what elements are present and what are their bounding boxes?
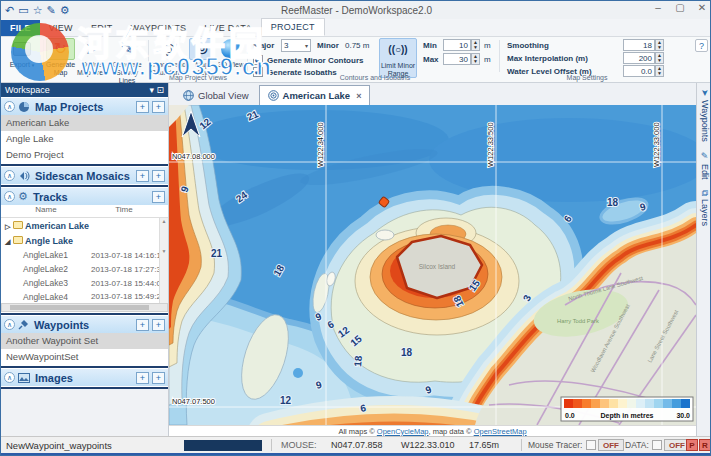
column-time[interactable]: Time: [91, 205, 157, 217]
images-title: Images: [33, 372, 133, 384]
sidescan-title: Sidescan Mosaics: [33, 170, 133, 182]
horizontal-scrollbar[interactable]: [1, 303, 168, 312]
minor-value: 0.75 m: [345, 41, 369, 50]
tab-global-view[interactable]: Global View: [175, 85, 257, 105]
close-button[interactable]: ✕: [694, 2, 710, 13]
add-map-project-button[interactable]: +: [136, 101, 149, 113]
collapse-icon[interactable]: ∧: [4, 319, 15, 330]
side-tab-layers[interactable]: ⧉ Layers: [700, 190, 710, 226]
min-input[interactable]: 10: [443, 39, 471, 51]
export-button[interactable]: Export ▾: [4, 38, 40, 80]
list-item-demo-project[interactable]: Demo Project: [1, 147, 168, 163]
expander-collapsed-icon[interactable]: ▷: [5, 223, 13, 231]
limit-minor-range-icon: ((○)): [380, 39, 416, 61]
side-tab-edit[interactable]: ✎ Edit: [700, 151, 710, 180]
limit-minor-range-button[interactable]: ((○)) Limit Minor Range: [379, 38, 417, 78]
generate-map-button[interactable]: ↻ Generate Map: [46, 38, 75, 80]
define-map-area-button[interactable]: ➤ Define Map Area: [77, 38, 107, 80]
import-waypoint-set-button[interactable]: +: [152, 319, 165, 331]
track-row[interactable]: AngleLake32013-07-18 15:44:05: [1, 276, 168, 290]
add-sidescan-button[interactable]: +: [136, 170, 149, 182]
min-spinner[interactable]: ▲▼: [471, 39, 480, 51]
column-name[interactable]: Name: [1, 205, 91, 217]
data-toggle[interactable]: [652, 440, 662, 450]
collapse-icon[interactable]: ∧: [4, 372, 15, 383]
track-row[interactable]: AngleLake42013-07-18 15:49:26: [1, 290, 168, 303]
tab-project[interactable]: PROJECT: [261, 18, 325, 36]
map-attribution: All maps © OpenCycleMap, map data © Open…: [169, 425, 696, 436]
tab-american-lake[interactable]: American Lake ×: [259, 85, 371, 105]
layers-icon: ⧉: [700, 190, 710, 196]
list-item-another-waypoint-set[interactable]: Another Waypoint Set: [1, 333, 168, 349]
dropdown-icon[interactable]: ▾: [149, 85, 154, 95]
tab-edit[interactable]: EDIT: [82, 20, 122, 36]
openstreetmap-link[interactable]: OpenStreetMap: [474, 427, 527, 436]
vertical-scrollbar[interactable]: ▲▼: [159, 218, 168, 303]
title-bar: ↶ ▭ ☆ ✎ ⚙ ReefMaster - DemoWorkspace2.0 …: [1, 1, 711, 19]
section-images[interactable]: ∧ Images + +: [1, 368, 168, 386]
generate-minor-contours-checkbox[interactable]: ✔: [253, 55, 263, 65]
add-tracks-button[interactable]: +: [152, 191, 165, 203]
close-tab-icon[interactable]: ×: [356, 91, 361, 101]
status-bar: NewWaypoint_waypoints MOUSE: N047.07.858…: [1, 436, 711, 453]
workspace-title: Workspace: [5, 83, 50, 97]
ribbon: Export ▾ ↻ Generate Map ➤ Define Map Are…: [1, 37, 711, 83]
section-sidescan-mosaics[interactable]: ∧ Sidescan Mosaics + +: [1, 166, 168, 184]
list-item-new-waypoint-set[interactable]: NewWaypointSet: [1, 349, 168, 365]
major-select[interactable]: 3▾: [281, 39, 311, 52]
max-interpolation-input[interactable]: 200: [623, 52, 655, 64]
max-input[interactable]: 30: [443, 53, 471, 65]
tab-live-data[interactable]: LIVE DATA: [195, 20, 260, 36]
track-row[interactable]: AngleLake12013-07-18 14:16:15: [1, 248, 168, 262]
collapse-icon[interactable]: ∧: [4, 101, 15, 112]
side-tab-waypoints[interactable]: ➤ Waypoints: [700, 89, 710, 141]
opencyclemap-link[interactable]: OpenCycleMap: [377, 427, 429, 436]
add-image-button[interactable]: +: [136, 372, 149, 384]
pencil-icon: ✎: [700, 151, 710, 161]
mouse-tracer-off-button[interactable]: OFF: [598, 439, 624, 451]
minimize-button[interactable]: –: [650, 2, 666, 13]
mouse-depth: 17.65m: [469, 440, 499, 450]
import-image-button[interactable]: +: [152, 372, 165, 384]
gear-icon: ⚙: [18, 190, 28, 203]
collapse-icon[interactable]: ∧: [4, 191, 15, 202]
import-sidescan-button[interactable]: +: [152, 170, 165, 182]
mouse-tracer-toggle[interactable]: [586, 440, 596, 450]
tab-waypoints[interactable]: WAYPOINTS: [122, 20, 196, 36]
section-tracks[interactable]: ∧ ⚙ Tracks +: [1, 187, 168, 205]
track-row[interactable]: AngleLake22013-07-18 17:27:37: [1, 262, 168, 276]
section-waypoints[interactable]: ∧ Waypoints + +: [1, 315, 168, 333]
pin-icon[interactable]: ⊡: [156, 85, 164, 95]
collapse-icon[interactable]: ∧: [4, 170, 15, 181]
svg-text:0.0: 0.0: [565, 412, 575, 419]
import-map-project-button[interactable]: +: [152, 101, 165, 113]
track-folder-angle-lake[interactable]: ◢Angle Lake: [1, 233, 168, 248]
add-waypoint-set-button[interactable]: +: [136, 319, 149, 331]
play-button[interactable]: P: [686, 439, 698, 451]
max-interpolation-spinner[interactable]: ▲▼: [655, 52, 664, 64]
expander-expanded-icon[interactable]: ◢: [5, 238, 13, 246]
mouse-label: MOUSE:: [281, 440, 317, 450]
smoothing-input[interactable]: 18: [623, 39, 655, 51]
smoothing-spinner[interactable]: ▲▼: [655, 39, 664, 51]
max-spinner[interactable]: ▲▼: [471, 53, 480, 65]
maximize-button[interactable]: ▢: [672, 2, 688, 13]
window-title: ReefMaster - DemoWorkspace2.0: [1, 5, 711, 16]
list-item-angle-lake[interactable]: Angle Lake: [1, 131, 168, 147]
survey-lines-icon: ✎: [109, 38, 145, 60]
map-canvas[interactable]: N047.08.000 N047.07.500 W122.34.000 W122…: [169, 105, 696, 425]
section-map-projects[interactable]: ∧ Map Projects + +: [1, 97, 168, 115]
map-view-icon: ⊚: [189, 38, 215, 60]
track-folder-american-lake[interactable]: ▷American Lake: [1, 218, 168, 233]
help-button[interactable]: ?: [695, 39, 708, 52]
tab-file[interactable]: FILE: [1, 20, 40, 36]
progress-bar: [184, 440, 262, 451]
record-button[interactable]: R: [699, 439, 711, 451]
list-item-american-lake[interactable]: American Lake: [1, 115, 168, 131]
min-label: Min: [423, 41, 437, 50]
generate-survey-lines-button[interactable]: ✎ Generate Survey Lines: [109, 38, 145, 80]
group-label-map-settings: Map Settings: [507, 74, 667, 81]
status-selection: NewWaypoint_waypoints: [6, 440, 112, 451]
svg-text:18: 18: [352, 355, 364, 367]
tab-view[interactable]: VIEW: [40, 20, 82, 36]
